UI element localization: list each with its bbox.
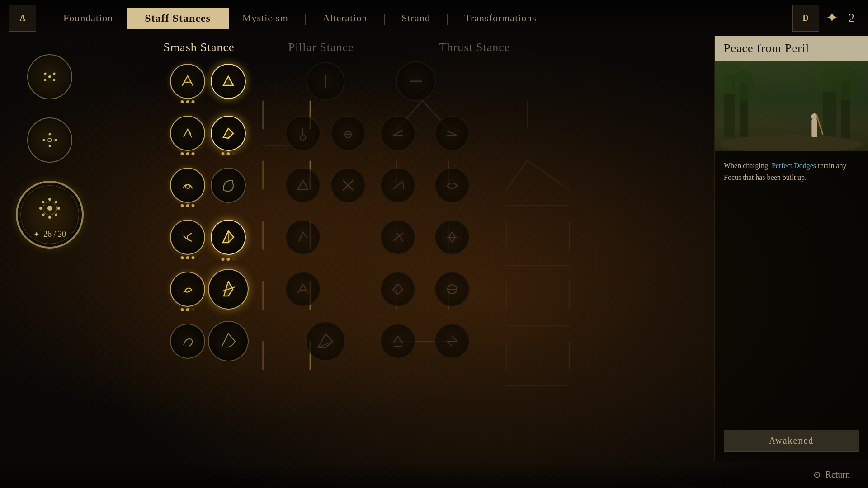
- thrust-r3-node[interactable]: [434, 220, 470, 255]
- separator-2: |: [383, 11, 386, 25]
- nav-item-staff-stances[interactable]: Staff Stances: [127, 8, 229, 29]
- thrust-l2-node[interactable]: [380, 168, 415, 203]
- svg-point-16: [55, 201, 57, 203]
- svg-line-42: [527, 161, 569, 190]
- return-button[interactable]: ⊙ Return: [813, 469, 850, 480]
- dot2: [186, 152, 189, 155]
- svg-point-55: [300, 135, 306, 140]
- smash-a5-dots: [181, 308, 195, 311]
- bottom-bar: ⊙ Return: [0, 461, 868, 488]
- separator-1: |: [304, 11, 307, 25]
- smash-b5-highlighted-node[interactable]: [208, 269, 249, 310]
- thrust-l5-node[interactable]: [380, 324, 415, 359]
- thrust-r4-node[interactable]: [434, 272, 470, 307]
- smash-a4-node[interactable]: [170, 220, 205, 255]
- dot2: [227, 258, 230, 261]
- dot3-off: [232, 258, 236, 261]
- svg-point-9: [48, 138, 52, 142]
- svg-point-6: [43, 139, 45, 141]
- svg-point-53: [186, 185, 189, 188]
- thrust-l4-node[interactable]: [380, 272, 415, 307]
- nav-item-foundation[interactable]: Foundation: [50, 9, 127, 28]
- skill-status-badge: Awakened: [724, 430, 859, 452]
- thrust-r5-node[interactable]: [434, 324, 470, 359]
- svg-point-2: [53, 73, 56, 75]
- pillar-r2-node[interactable]: [330, 168, 366, 203]
- currency-value: 2: [849, 11, 854, 25]
- currency-icon: ✦: [826, 9, 844, 27]
- desc-highlight: Perfect Dodges: [772, 162, 816, 169]
- svg-point-5: [49, 133, 51, 136]
- thrust-l1-node[interactable]: [380, 116, 415, 151]
- svg-point-71: [833, 66, 858, 100]
- dot2: [186, 256, 189, 259]
- nav-item-alteration[interactable]: Alteration: [309, 9, 381, 28]
- svg-point-8: [49, 145, 51, 147]
- dot3: [192, 152, 195, 155]
- pillar-l2-node[interactable]: [285, 168, 321, 203]
- nav-right-button[interactable]: D: [792, 5, 819, 32]
- thrust-top-node[interactable]: [396, 61, 436, 101]
- svg-point-14: [57, 207, 60, 210]
- dot3-off: [232, 152, 236, 155]
- pillar-l3-node[interactable]: [285, 220, 321, 255]
- dot1: [181, 204, 184, 207]
- pillar-top-node[interactable]: [307, 62, 345, 101]
- thrust-l3-node[interactable]: [380, 220, 415, 255]
- dot1: [181, 152, 184, 155]
- dot1: [222, 152, 225, 155]
- svg-point-10: [47, 206, 52, 211]
- svg-point-1: [44, 73, 47, 75]
- svg-point-13: [39, 207, 42, 210]
- smash-a3-node[interactable]: [170, 168, 205, 203]
- character-badge-1: [27, 54, 72, 99]
- nav-item-strand[interactable]: Strand: [388, 9, 443, 28]
- smash-a1-dots: [181, 100, 195, 103]
- character-icon-1: [38, 66, 61, 88]
- separator-3: |: [446, 11, 449, 25]
- smash-b6-node[interactable]: [208, 321, 249, 361]
- dot3: [192, 256, 195, 259]
- smash-b4-node[interactable]: [211, 220, 246, 255]
- skill-detail-image: [715, 61, 868, 151]
- nav-item-mysticism[interactable]: Mysticism: [229, 9, 302, 28]
- svg-point-67: [732, 70, 755, 101]
- smash-b2-node[interactable]: [211, 116, 246, 151]
- thrust-stance-title: Thrust Stance: [425, 41, 524, 54]
- stance-headers: Smash Stance Pillar Stance Thrust Stance: [149, 41, 705, 54]
- thrust-r2-node[interactable]: [434, 168, 470, 203]
- smash-a1-node[interactable]: [170, 64, 205, 99]
- smash-a6-node[interactable]: [170, 324, 205, 359]
- skill-detail-description: When charging, Perfect Dodges retain any…: [715, 151, 868, 425]
- pillar-l1-node[interactable]: [285, 116, 321, 151]
- svg-point-12: [48, 216, 51, 219]
- smash-b3-node[interactable]: [211, 168, 246, 203]
- dot3: [192, 204, 195, 207]
- svg-line-41: [506, 161, 527, 190]
- smash-b4-dots: [222, 258, 236, 261]
- smash-stance-title: Smash Stance: [149, 41, 249, 54]
- svg-point-19: [43, 202, 57, 215]
- dot1: [181, 256, 184, 259]
- svg-point-4: [53, 79, 56, 81]
- pillar-l4-node[interactable]: [285, 272, 321, 307]
- svg-point-18: [55, 214, 57, 216]
- nav-left-button[interactable]: A: [9, 5, 36, 32]
- smash-a5-node[interactable]: [170, 272, 205, 307]
- pillar-r1-node[interactable]: [330, 116, 366, 151]
- pillar-bottom-node[interactable]: [306, 321, 345, 361]
- svg-point-17: [42, 214, 45, 216]
- dot2: [186, 100, 189, 103]
- character-icon-2: [38, 129, 61, 151]
- dot2: [186, 204, 189, 207]
- dot3-off: [192, 308, 195, 311]
- nav-item-transformations[interactable]: Transformations: [451, 9, 550, 28]
- smash-a2-node[interactable]: [170, 116, 205, 151]
- scene-svg: [715, 61, 868, 151]
- thrust-r1-node[interactable]: [434, 116, 470, 151]
- nav-right-area: D ✦ 2: [792, 5, 854, 32]
- character-badge-2: [27, 117, 72, 163]
- smash-b1-node[interactable]: [211, 64, 246, 99]
- smash-b2-dots: [222, 152, 236, 155]
- main-content: ✦ 26 / 20 Smash Stance Pillar Stance Thr…: [0, 36, 868, 461]
